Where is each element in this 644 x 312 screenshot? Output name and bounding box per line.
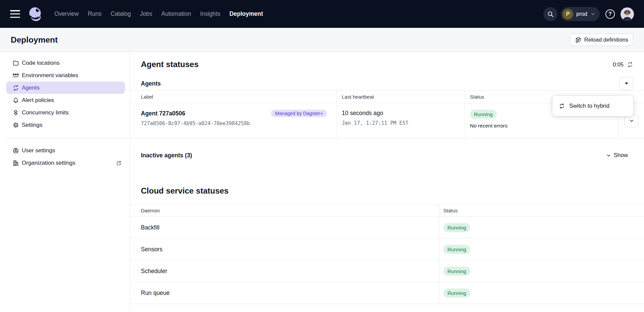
- gear-icon: [12, 122, 19, 128]
- agents-heading: Agents: [141, 80, 161, 87]
- sidebar-item-user-settings[interactable]: User settings: [6, 144, 125, 157]
- cloud-services-table: Daemon Status Backfill Running Sensors R…: [130, 204, 644, 304]
- sidebar-item-label: Code locations: [22, 60, 59, 66]
- status-badge: Running: [443, 245, 470, 254]
- sidebar-divider: [6, 138, 130, 138]
- inactive-agents-heading: Inactive agents (3): [141, 152, 192, 159]
- deployment-name: prod: [576, 11, 587, 17]
- status-note: No recent errors: [470, 123, 619, 129]
- menu-item-label: Switch to hybrid: [569, 103, 609, 109]
- managed-by-badge: Managed by Dagster+: [271, 110, 327, 117]
- building-icon: [12, 160, 19, 166]
- daemon-row-sensors: Sensors Running: [130, 239, 644, 260]
- daemon-name: Scheduler: [130, 260, 439, 282]
- env-vars-icon: [12, 72, 19, 79]
- heartbeat-relative: 10 seconds ago: [342, 110, 465, 117]
- refresh-countdown: 0:05: [613, 61, 624, 68]
- top-nav: Overview Runs Catalog Jobs Automation In…: [0, 0, 644, 28]
- layers-icon: [12, 109, 19, 116]
- status-badge: Running: [443, 267, 470, 276]
- deployment-switcher[interactable]: P prod: [561, 7, 600, 21]
- sidebar-item-label: Environment variables: [22, 72, 78, 79]
- daemon-row-run-queue: Run queue Running: [130, 282, 644, 304]
- sidebar-item-label: Concurrency limits: [22, 109, 69, 116]
- agent-name: Agent 727a0506: [141, 110, 185, 117]
- cloud-service-statuses-title: Cloud service statuses: [141, 186, 633, 196]
- column-header-daemon: Daemon: [130, 205, 439, 216]
- reload-definitions-label: Reload definitions: [584, 37, 628, 43]
- daemon-name: Run queue: [130, 282, 439, 304]
- sidebar-item-organization-settings[interactable]: Organization settings: [6, 157, 125, 169]
- deployment-initial-badge: P: [562, 9, 573, 19]
- sidebar-item-settings[interactable]: Settings: [6, 119, 125, 131]
- sidebar-item-label: Alert policies: [22, 97, 54, 104]
- folder-icon: [12, 60, 19, 66]
- nav-link-overview[interactable]: Overview: [54, 10, 79, 17]
- agents-actions-menu: Switch to hybrid: [552, 96, 633, 116]
- agent-sync-icon: [12, 85, 19, 91]
- nav-link-deployment[interactable]: Deployment: [229, 10, 263, 17]
- agent-sync-icon: [559, 103, 565, 109]
- nav-link-automation[interactable]: Automation: [161, 10, 191, 17]
- agent-statuses-title: Agent statuses: [141, 60, 199, 69]
- external-link-icon: [116, 160, 122, 166]
- heartbeat-timestamp: Jan 17, 1:27:11 PM EST: [342, 120, 465, 126]
- user-avatar[interactable]: [621, 7, 634, 21]
- agents-main-panel: Agent statuses 0:05 Agents: [130, 52, 644, 312]
- sidebar-item-environment-variables[interactable]: Environment variables: [6, 69, 125, 82]
- daemon-row-scheduler: Scheduler Running: [130, 260, 644, 282]
- menu-item-switch-to-hybrid[interactable]: Switch to hybrid: [552, 98, 633, 113]
- column-header-status: Status: [439, 205, 644, 216]
- page-header: Deployment Reload definitions: [0, 28, 644, 52]
- primary-nav: Overview Runs Catalog Jobs Automation In…: [54, 10, 263, 17]
- nav-link-catalog[interactable]: Catalog: [111, 10, 131, 17]
- deployment-sidebar: Code locations Environment variables: [0, 52, 130, 312]
- column-header-last-heartbeat: Last heartbeat: [337, 91, 465, 103]
- daemon-name: Sensors: [130, 239, 439, 260]
- page-title: Deployment: [11, 35, 58, 45]
- sidebar-item-agents[interactable]: Agents: [6, 82, 125, 94]
- hamburger-menu-icon[interactable]: [10, 10, 20, 18]
- daemon-name: Backfill: [130, 217, 439, 238]
- chevron-down-icon: [629, 118, 634, 123]
- show-label: Show: [613, 152, 628, 159]
- agent-uuid: 727a0506-8c97-4b95-a024-70ee3984258b: [141, 120, 336, 126]
- agents-actions-dropdown-button[interactable]: [620, 77, 633, 90]
- nav-link-jobs[interactable]: Jobs: [140, 10, 152, 17]
- chevron-down-icon: [606, 153, 611, 158]
- chevron-down-icon: [590, 11, 596, 17]
- sidebar-item-label: User settings: [22, 147, 55, 154]
- user-circle-icon: [12, 147, 19, 154]
- refresh-icon: [627, 61, 633, 68]
- caret-down-icon: [625, 83, 628, 85]
- bell-icon: [12, 97, 19, 104]
- search-button[interactable]: [543, 7, 557, 21]
- sidebar-item-label: Organization settings: [22, 160, 75, 166]
- daemon-row-backfill: Backfill Running: [130, 217, 644, 239]
- sidebar-item-concurrency-limits[interactable]: Concurrency limits: [6, 106, 125, 119]
- agent-row-expand-button[interactable]: [625, 114, 638, 127]
- nav-link-runs[interactable]: Runs: [88, 10, 102, 17]
- dagster-logo-icon[interactable]: [28, 6, 44, 22]
- column-header-label: Label: [130, 91, 337, 103]
- avatar-photo: [621, 7, 634, 21]
- question-mark-icon: ?: [605, 9, 615, 19]
- show-inactive-agents-toggle[interactable]: Show: [606, 152, 628, 159]
- nav-link-insights[interactable]: Insights: [200, 10, 220, 17]
- sidebar-item-code-locations[interactable]: Code locations: [6, 57, 125, 69]
- help-button[interactable]: ?: [603, 7, 617, 21]
- status-badge: Running: [470, 110, 497, 119]
- package-reload-icon: [575, 37, 582, 43]
- sidebar-item-label: Agents: [22, 85, 40, 91]
- refresh-button[interactable]: [627, 61, 633, 68]
- search-icon: [547, 11, 554, 17]
- sidebar-item-alert-policies[interactable]: Alert policies: [6, 94, 125, 106]
- sidebar-item-label: Settings: [22, 122, 42, 128]
- auto-refresh-control: 0:05: [613, 61, 633, 68]
- status-badge: Running: [443, 289, 470, 298]
- status-badge: Running: [443, 223, 470, 232]
- reload-definitions-button[interactable]: Reload definitions: [570, 34, 633, 46]
